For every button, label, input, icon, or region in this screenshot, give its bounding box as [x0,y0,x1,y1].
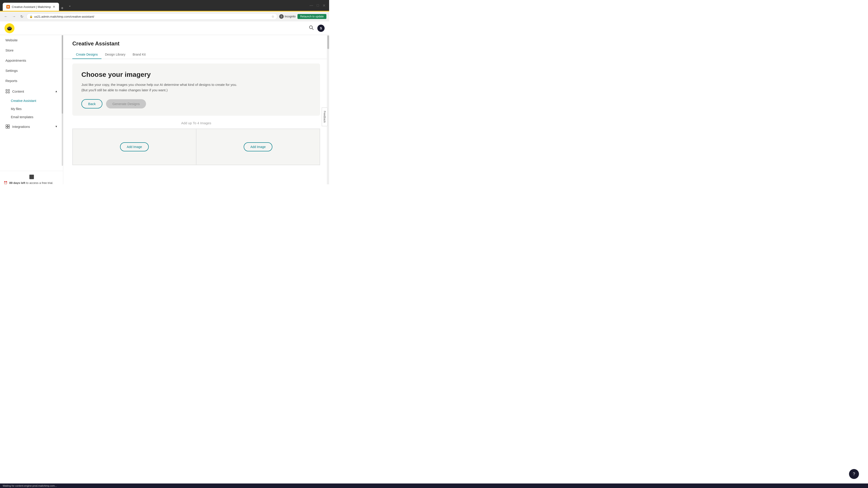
add-image-button-2[interactable]: Add Image [244,142,273,151]
incognito-label: Incognito [285,15,296,18]
browser-nav: ← → ↻ 🔒 us21.admin.mailchimp.com/creativ… [0,11,329,22]
integrations-section-label: Integrations [12,125,30,129]
imagery-title: Choose your imagery [81,71,311,78]
add-images-section: Add up To 4 Images Add Image Add Image [72,121,320,165]
sidebar-section-content[interactable]: Content ▲ [0,86,63,97]
new-tab-button[interactable]: + [59,6,65,11]
add-image-button-1[interactable]: Add Image [120,142,149,151]
trial-days-bold: 89 days left [9,181,25,185]
svg-point-1 [8,27,11,30]
clock-icon: ⏰ [4,181,7,184]
svg-point-5 [10,28,10,28]
page-title: Creative Assistant [72,40,320,47]
sidebar-sub-label: Email templates [11,115,33,119]
imagery-card: Choose your imagery Just like your copy,… [72,64,320,116]
sidebar-sub-email-templates[interactable]: Email templates [0,113,63,121]
browser-chrome: M Creative Assistant | Mailchimp ✕ + ⌄ —… [0,0,329,11]
freddie-icon [6,25,13,31]
content-section-icon [5,89,10,94]
tab-create-designs[interactable]: Create Designs [72,51,101,59]
feedback-tab[interactable]: Feedback [322,107,328,126]
sidebar-sub-creative-assistant[interactable]: Creative Assistant [0,97,63,105]
svg-rect-13 [8,125,9,126]
sidebar-item-website[interactable]: Website [0,35,63,45]
url-text: us21.admin.mailchimp.com/creative-assist… [34,15,270,18]
content-area: Choose your imagery Just like your copy,… [63,59,329,170]
back-nav-button[interactable]: ← [3,13,9,20]
svg-rect-12 [6,125,7,126]
close-window-button[interactable]: ✕ [322,2,327,8]
bookmark-icon[interactable]: ☆ [272,15,274,18]
back-button[interactable]: Back [81,99,102,108]
nav-right: S Incognito Relaunch to update [279,14,327,19]
sidebar-item-appointments[interactable]: Appointments [0,55,63,66]
incognito-icon: S [279,14,284,19]
image-cell-2: Add Image [196,129,320,165]
mailchimp-logo[interactable] [4,23,14,33]
add-images-label: Add up To 4 Images [72,121,320,125]
sidebar-scrollbar-thumb [62,35,63,114]
svg-point-4 [8,28,9,28]
svg-rect-10 [6,92,7,93]
tab-favicon: M [6,5,10,8]
main-content: Creative Assistant Create Designs Design… [63,35,329,184]
forward-nav-button[interactable]: → [11,13,17,20]
search-button[interactable] [309,25,314,31]
trial-days-text: ⏰ 89 days left to access a free trial. [4,181,59,184]
sidebar-bottom-panel-icon [29,175,34,179]
incognito-indicator: S Incognito [279,14,296,19]
right-scrollbar-thumb [327,35,329,49]
sidebar-item-reports[interactable]: Reports [0,76,63,86]
reload-button[interactable]: ↻ [19,13,25,20]
active-tab[interactable]: M Creative Assistant | Mailchimp ✕ [3,3,59,11]
content-icon [6,89,10,93]
tab-close-button[interactable]: ✕ [53,5,55,8]
sidebar-scrollbar[interactable] [62,35,63,166]
svg-rect-8 [6,90,7,91]
sidebar-item-store[interactable]: Store [0,45,63,55]
app-header: S [0,22,329,35]
chevron-up-icon: ▲ [55,90,58,93]
minimize-button[interactable]: — [309,2,314,8]
svg-line-7 [312,28,313,30]
tab-design-library[interactable]: Design Library [101,51,129,59]
sidebar-sub-label: My files [11,107,22,111]
svg-rect-15 [8,127,9,128]
content-section-label: Content [12,90,24,93]
sidebar-section-integrations[interactable]: Integrations ▼ [0,121,63,132]
sidebar-item-label: Website [5,38,18,42]
imagery-description: Just like your copy, the images you choo… [81,82,240,93]
sidebar-item-label: Reports [5,79,18,83]
trial-days-rest: to access a free trial. [25,181,53,185]
integrations-section-icon [5,124,10,129]
sidebar-item-label: Appointments [5,59,26,62]
sidebar-item-settings[interactable]: Settings [0,66,63,76]
image-grid: Add Image Add Image [72,129,320,165]
action-buttons: Back Generate Designs [81,99,311,108]
page-header: Creative Assistant [63,35,329,47]
tabs: Create Designs Design Library Brand Kit [63,51,329,59]
tab-brand-kit[interactable]: Brand Kit [129,51,149,59]
chevron-down-icon: ▼ [55,125,58,128]
relaunch-button[interactable]: Relaunch to update [298,14,327,19]
svg-rect-9 [8,90,9,91]
sidebar: Website Store Appointments Settings Repo… [0,35,63,184]
sidebar-sub-my-files[interactable]: My files [0,105,63,113]
generate-designs-button[interactable]: Generate Designs [106,99,146,108]
header-right: S [309,25,324,32]
search-icon [309,25,314,30]
tab-title: Creative Assistant | Mailchimp [12,5,51,8]
tab-more-icon[interactable]: ⌄ [67,4,72,7]
integrations-icon [6,125,10,129]
browser-tabs: M Creative Assistant | Mailchimp ✕ + [3,0,65,11]
lock-icon: 🔒 [29,15,33,18]
sidebar-item-label: Settings [5,69,18,72]
sidebar-sub-label: Creative Assistant [11,99,36,103]
app-layout: Website Store Appointments Settings Repo… [0,35,329,184]
image-cell-1: Add Image [72,129,196,165]
address-bar[interactable]: 🔒 us21.admin.mailchimp.com/creative-assi… [26,13,277,20]
restore-button[interactable]: □ [316,2,320,8]
svg-rect-11 [8,92,9,93]
avatar[interactable]: S [317,25,324,32]
svg-rect-14 [6,127,7,128]
